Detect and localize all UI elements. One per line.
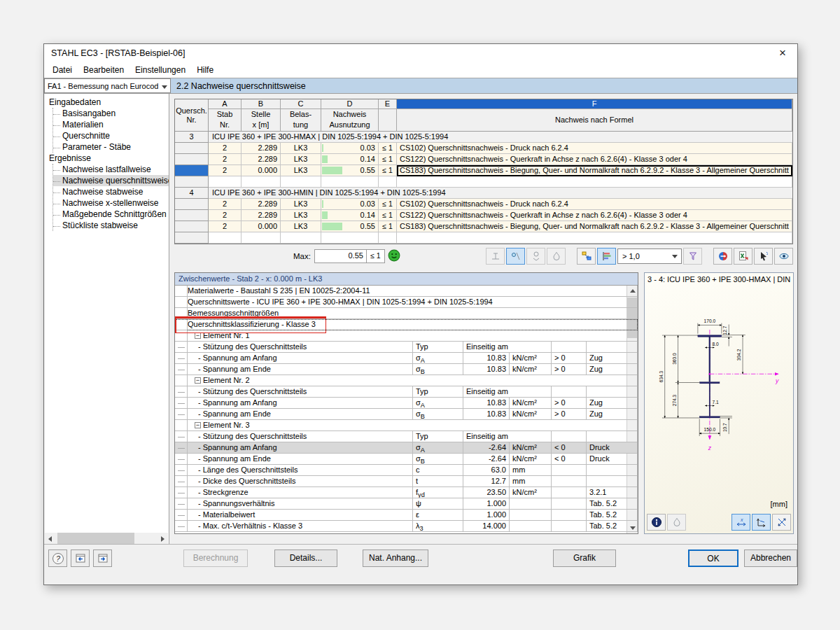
detail-item-row[interactable]: - Streckgrenzefyd23.50kN/cm²3.2.1 bbox=[175, 487, 638, 498]
berechnung-button[interactable]: Berechnung bbox=[183, 550, 248, 567]
threshold-dropdown[interactable]: > 1,0 bbox=[617, 248, 682, 264]
result-row[interactable]: 22.289LK30.14≤ 1CS122) Querschnittsnachw… bbox=[175, 154, 792, 165]
cell-stelle[interactable]: 0.000 bbox=[241, 165, 281, 176]
next-window-button[interactable] bbox=[93, 550, 112, 567]
menu-datei[interactable]: Datei bbox=[47, 63, 78, 77]
detail-item-row[interactable]: - Spannung am AnfangσA10.83kN/cm²> 0Zug bbox=[175, 353, 638, 364]
ok-button[interactable]: OK bbox=[688, 550, 738, 567]
help-button[interactable]: ? bbox=[48, 550, 67, 567]
close-icon[interactable]: × bbox=[775, 48, 790, 59]
section-number[interactable]: 4 bbox=[175, 188, 209, 199]
collapse-icon[interactable]: − bbox=[195, 332, 201, 339]
detail-group-row[interactable]: −Element Nr. 2 bbox=[175, 375, 638, 386]
scroll-thumb[interactable] bbox=[57, 533, 134, 544]
detail-group-row[interactable]: +Materialwerte - Baustahl S 235 | EN 100… bbox=[175, 286, 638, 297]
detail-item-row[interactable]: - Spannungsverhältnisψ1.000Tab. 5.2 bbox=[175, 498, 638, 510]
menu-einstellungen[interactable]: Einstellungen bbox=[130, 63, 191, 77]
result-row[interactable]: 20.000LK30.55≤ 1CS183) Querschnittsnachw… bbox=[175, 165, 792, 176]
detail-item-row[interactable]: - Max. c/t-Verhältnis - Klasse 3λ314.000… bbox=[175, 521, 638, 532]
scroll-track[interactable] bbox=[56, 533, 157, 544]
collapse-icon[interactable]: − bbox=[195, 422, 201, 428]
row-header-cell[interactable] bbox=[175, 199, 209, 210]
cell-belastung[interactable]: LK3 bbox=[281, 210, 321, 221]
filter-icon[interactable] bbox=[683, 248, 702, 265]
detail-item-row[interactable]: - Dicke des Querschnittsteilst12.7mm bbox=[175, 476, 638, 487]
detail-item-row[interactable]: - Stützung des QuerschnittsteilsTypEinse… bbox=[175, 342, 638, 353]
cell-limit[interactable]: ≤ 1 bbox=[379, 154, 397, 165]
section-result-icon[interactable] bbox=[526, 248, 545, 265]
cell-limit[interactable]: ≤ 1 bbox=[379, 199, 397, 210]
cell-stelle[interactable]: 2.289 bbox=[241, 143, 281, 154]
details-button[interactable]: Details... bbox=[274, 550, 337, 567]
cell-stelle[interactable]: 2.289 bbox=[241, 199, 281, 210]
cell-stelle[interactable]: 2.289 bbox=[241, 154, 281, 165]
row-header-cell[interactable] bbox=[175, 143, 209, 154]
detail-item-row[interactable]: - Spannung am EndeσB10.83kN/cm²> 0Zug bbox=[175, 409, 638, 420]
result-row[interactable]: 20.000LK30.55≤ 1CS183) Querschnittsnachw… bbox=[175, 221, 792, 232]
cell-formel[interactable]: CS102) Querschnittsnachweis - Druck nach… bbox=[397, 199, 792, 210]
dimension-lines-icon[interactable] bbox=[752, 514, 771, 531]
cell-stelle[interactable]: 2.289 bbox=[241, 210, 281, 221]
sidebar-group-label[interactable]: Eingabedaten bbox=[48, 97, 169, 108]
detail-group-row[interactable]: −Querschnittsklassifizierung - Klasse 3 bbox=[175, 319, 638, 330]
design-case-combo[interactable]: FA1 - Bemessung nach Eurocod bbox=[44, 78, 171, 93]
grafik-button[interactable]: Grafik bbox=[553, 550, 616, 567]
section-number[interactable]: 3 bbox=[175, 132, 209, 143]
jump-to-graphic-icon[interactable] bbox=[577, 248, 596, 265]
detail-item-row[interactable]: - Stützung des QuerschnittsteilsTypEinse… bbox=[175, 386, 638, 398]
cell-stab[interactable]: 2 bbox=[209, 221, 241, 232]
sidebar-item[interactable]: Nachweise querschnittsweise bbox=[53, 175, 169, 186]
info-icon[interactable] bbox=[647, 514, 666, 531]
menu-bearbeiten[interactable]: Bearbeiten bbox=[78, 63, 130, 77]
color-scale-icon[interactable] bbox=[713, 248, 732, 265]
cell-formel[interactable]: CS102) Querschnittsnachweis - Druck nach… bbox=[397, 143, 792, 154]
sidebar-item[interactable]: Nachweise x-stellenweise bbox=[53, 197, 169, 209]
sidebar-item[interactable]: Nachweise stabweise bbox=[53, 186, 169, 197]
row-header-cell[interactable] bbox=[175, 165, 209, 176]
visibility-icon[interactable] bbox=[774, 248, 793, 265]
cell-ausnutzung[interactable]: 0.14 bbox=[321, 210, 379, 221]
cell-limit[interactable]: ≤ 1 bbox=[379, 210, 397, 221]
sidebar-item[interactable]: Querschnitte bbox=[53, 130, 169, 141]
stress-point-icon[interactable] bbox=[506, 248, 525, 265]
collapse-icon[interactable]: − bbox=[195, 377, 201, 384]
cell-stab[interactable]: 2 bbox=[209, 154, 241, 165]
cell-ausnutzung[interactable]: 0.14 bbox=[321, 154, 379, 165]
cell-formel[interactable]: CS183) Querschnittsnachweis - Biegung, Q… bbox=[397, 221, 792, 232]
sidebar-item[interactable]: Maßgebende Schnittgrößen sta bbox=[53, 209, 169, 220]
result-row[interactable]: 22.289LK30.03≤ 1CS102) Querschnittsnachw… bbox=[175, 199, 792, 210]
result-diagram-icon[interactable] bbox=[597, 248, 616, 265]
row-header-cell[interactable] bbox=[175, 221, 209, 232]
nat-anhang-button[interactable]: Nat. Anhang... bbox=[363, 550, 428, 567]
drop-result-icon[interactable] bbox=[547, 248, 566, 265]
sidebar-hscrollbar[interactable] bbox=[45, 533, 168, 544]
cell-stab[interactable]: 2 bbox=[209, 199, 241, 210]
sidebar-item[interactable]: Basisangaben bbox=[53, 108, 169, 119]
detail-item-row[interactable]: - Spannung am AnfangσA10.83kN/cm²> 0Zug bbox=[175, 398, 638, 409]
detail-item-row[interactable]: - Spannung am EndeσB-2.64kN/cm²< 0Druck bbox=[175, 454, 638, 465]
abbrechen-button[interactable]: Abbrechen bbox=[744, 550, 797, 567]
row-header-cell[interactable] bbox=[175, 210, 209, 221]
detail-item-row[interactable]: - Spannung am EndeσB10.83kN/cm²> 0Zug bbox=[175, 364, 638, 375]
sidebar-item[interactable]: Materialien bbox=[53, 119, 169, 130]
detail-group-row[interactable]: +Bemessungsschnittgrößen bbox=[175, 308, 638, 319]
pointer-icon[interactable] bbox=[754, 248, 773, 265]
drop-icon[interactable] bbox=[667, 514, 686, 531]
detail-group-row[interactable]: −Element Nr. 1 bbox=[175, 330, 638, 342]
cell-formel[interactable]: CS122) Querschnittsnachweis - Querkraft … bbox=[397, 210, 792, 221]
cell-ausnutzung[interactable]: 0.55 bbox=[321, 221, 379, 232]
row-header-cell[interactable] bbox=[175, 154, 209, 165]
max-value-field[interactable]: 0.55 bbox=[314, 249, 367, 263]
detail-item-row[interactable]: - Spannung am AnfangσA-2.64kN/cm²< 0Druc… bbox=[175, 442, 638, 454]
cell-limit[interactable]: ≤ 1 bbox=[379, 143, 397, 154]
previous-window-button[interactable] bbox=[71, 550, 90, 567]
sidebar-item[interactable]: Nachweise lastfallweise bbox=[53, 164, 169, 175]
cell-stab[interactable]: 2 bbox=[209, 210, 241, 221]
detail-group-row[interactable]: −Element Nr. 3 bbox=[175, 420, 638, 431]
sidebar-item[interactable]: Parameter - Stäbe bbox=[53, 141, 169, 153]
detail-item-row[interactable]: - Länge des Querschnittsteilsc63.0mm bbox=[175, 465, 638, 476]
rotate-view-icon[interactable] bbox=[772, 514, 791, 531]
result-row[interactable]: 22.289LK30.03≤ 1CS102) Querschnittsnachw… bbox=[175, 143, 792, 154]
sidebar-item[interactable]: Stückliste stabweise bbox=[53, 220, 169, 231]
detail-item-row[interactable]: - Materialbeiwertε1.000Tab. 5.2 bbox=[175, 510, 638, 521]
